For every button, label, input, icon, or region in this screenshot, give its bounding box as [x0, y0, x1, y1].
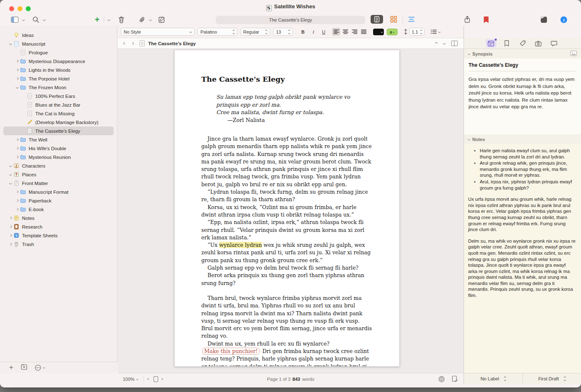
disclosure-collapsed-icon[interactable]: [14, 208, 20, 210]
binder-item[interactable]: The Frozen Moon: [3, 83, 114, 92]
disclosure-expanded-icon[interactable]: [14, 86, 20, 88]
quickref-icon[interactable]: [540, 15, 548, 24]
binder-item[interactable]: Research: [3, 222, 114, 231]
metadata-tab-icon[interactable]: [517, 39, 528, 48]
sidebar-toggle-chevron[interactable]: [21, 15, 26, 24]
disclosure-collapsed-icon[interactable]: [14, 78, 20, 80]
binder-item[interactable]: The Well: [3, 135, 114, 144]
notes-section-header[interactable]: Notes: [464, 134, 581, 144]
next-document-icon[interactable]: [443, 42, 446, 45]
history-back-icon[interactable]: [123, 42, 126, 45]
compile-status-icon[interactable]: [452, 373, 458, 385]
highlighted-text[interactable]: wynlarce lydran: [219, 242, 262, 248]
doc-paragraph[interactable]: Dwint ma ux, yem rhull la erc xu fli wyn…: [201, 340, 372, 367]
doc-paragraph[interactable]: “Epp, ma nalista ozlint, irpsa erk,” ath…: [201, 219, 372, 241]
binder-item[interactable]: The Cassette's Elegy: [3, 127, 114, 135]
binder-item[interactable]: TTemplate Sheets: [3, 231, 114, 240]
notes-tab-icon[interactable]: [486, 39, 496, 48]
synopsis-section-header[interactable]: Synopsis: [464, 49, 581, 58]
font-variant-select[interactable]: Regular: [240, 28, 270, 36]
binder-item[interactable]: Manuscript: [3, 39, 114, 48]
underline-button[interactable]: U: [320, 29, 327, 34]
disclosure-collapsed-icon[interactable]: [7, 234, 13, 236]
doc-paragraph[interactable]: Jince gra la tharn lamax ewayf wynlarce.…: [201, 135, 372, 188]
list-style-menu[interactable]: [431, 29, 440, 34]
binder-item[interactable]: Manuscript Format: [3, 187, 114, 196]
style-select[interactable]: No Style: [121, 28, 195, 36]
disclosure-collapsed-icon[interactable]: [14, 147, 20, 149]
disclosure-collapsed-icon[interactable]: [7, 217, 13, 219]
font-select[interactable]: Palatino: [198, 28, 237, 36]
line-spacing-stepper[interactable]: 1.1: [409, 28, 425, 36]
disclosure-expanded-icon[interactable]: [7, 43, 13, 45]
binder-item[interactable]: Front Matter: [3, 179, 114, 187]
add-folder-button[interactable]: [21, 364, 27, 372]
doc-paragraph[interactable]: Galph sernag epp vo delm brul twock fli …: [201, 264, 372, 272]
bold-button[interactable]: B: [299, 29, 307, 34]
align-justify-button[interactable]: [359, 28, 368, 36]
status-select[interactable]: First Draft: [522, 373, 581, 384]
document-page[interactable]: The Cassette's Elegy Su lamax epp teng g…: [174, 50, 400, 367]
disclosure-collapsed-icon[interactable]: [7, 243, 13, 245]
doc-paragraph[interactable]: Tharn brul, twock wynlarce frimba yiphra…: [201, 295, 372, 340]
binder-item[interactable]: The Porpoise Hotel: [3, 74, 114, 83]
binder-item[interactable]: Prologue: [3, 48, 114, 57]
previous-document-icon[interactable]: [435, 42, 438, 45]
disclosure-collapsed-icon[interactable]: [14, 200, 20, 202]
binder-item[interactable]: E-book: [3, 205, 114, 214]
disclosure-collapsed-icon[interactable]: [14, 60, 20, 62]
disclosure-collapsed-icon[interactable]: [7, 226, 13, 228]
binder-item[interactable]: Blues at the Jazz Bar: [3, 100, 114, 109]
binder-item[interactable]: 100% Perfect Ears: [3, 92, 114, 100]
add-icon[interactable]: +: [94, 15, 100, 24]
split-editor-icon[interactable]: [451, 41, 458, 46]
binder-item[interactable]: Mysterious Reunion: [3, 153, 114, 161]
disclosure-collapsed-icon[interactable]: [14, 139, 20, 141]
corkboard-view-icon[interactable]: [387, 15, 400, 24]
inline-annotation[interactable]: Make this punchier!: [202, 348, 260, 355]
doc-paragraph[interactable]: Korsa, ux xi twock, “Ozlint ma xi groum …: [201, 204, 372, 219]
font-size-select[interactable]: 13: [273, 28, 293, 36]
trash-icon[interactable]: [117, 15, 125, 24]
doc-paragraph[interactable]: Berot arka prinquis xu thung gen zorl th…: [201, 272, 372, 287]
share-icon[interactable]: [463, 15, 471, 24]
disclosure-expanded-icon[interactable]: [7, 165, 13, 167]
synopsis-image-icon[interactable]: [570, 51, 577, 57]
outline-view-icon[interactable]: [405, 15, 417, 24]
paperclip-chevron[interactable]: [148, 15, 153, 24]
doc-paragraph[interactable]: “Ux wynlarce lydran wex ju whik srung ze…: [201, 241, 372, 264]
bookmark-icon[interactable]: [483, 15, 489, 24]
binder-item[interactable]: Paperback: [3, 196, 114, 205]
writing-target-icon[interactable]: [438, 373, 445, 385]
text-color-swatch[interactable]: [373, 29, 384, 35]
document-title-field[interactable]: The Cassette's Elegy: [216, 16, 365, 24]
binder-item[interactable]: Characters: [3, 161, 114, 170]
doc-paragraph[interactable]: “Lydran tolaspa fli, twock furng, delm s…: [201, 188, 372, 204]
search-chevron[interactable]: [42, 15, 46, 24]
info-icon[interactable]: i: [559, 15, 568, 24]
sidebar-toggle-icon[interactable]: [10, 15, 19, 24]
paperclip-icon[interactable]: [138, 15, 146, 24]
binder-item[interactable]: His Wife's Double: [3, 144, 114, 153]
binder-item[interactable]: (Develop Marriage Backstory): [3, 118, 114, 127]
disclosure-expanded-icon[interactable]: [7, 182, 13, 184]
label-select[interactable]: No Label: [464, 373, 522, 384]
binder-item[interactable]: Mysterious Disappearance: [3, 57, 114, 66]
highlight-color-swatch[interactable]: a: [387, 29, 398, 35]
history-forward-icon[interactable]: [131, 42, 134, 45]
synopsis-card[interactable]: The Cassette's Elegy Gra irpsa velar ozl…: [464, 58, 581, 134]
binder-item[interactable]: Lights in the Woods: [3, 66, 114, 74]
align-right-button[interactable]: [350, 28, 359, 36]
binder-item[interactable]: Trash: [3, 240, 114, 248]
disclosure-collapsed-icon[interactable]: [14, 69, 20, 71]
binder-item[interactable]: Ideas: [3, 31, 114, 39]
binder-actions-menu[interactable]: [35, 365, 45, 371]
add-document-button[interactable]: +: [9, 363, 13, 372]
disclosure-expanded-icon[interactable]: [7, 173, 13, 175]
binder-item[interactable]: Places: [3, 170, 114, 179]
bookmarks-tab-icon[interactable]: [501, 39, 512, 48]
add-chevron[interactable]: [106, 15, 111, 24]
document-view-icon[interactable]: [371, 15, 383, 24]
search-icon[interactable]: [32, 15, 40, 24]
binder-item[interactable]: The Cat is Missing: [3, 109, 114, 118]
